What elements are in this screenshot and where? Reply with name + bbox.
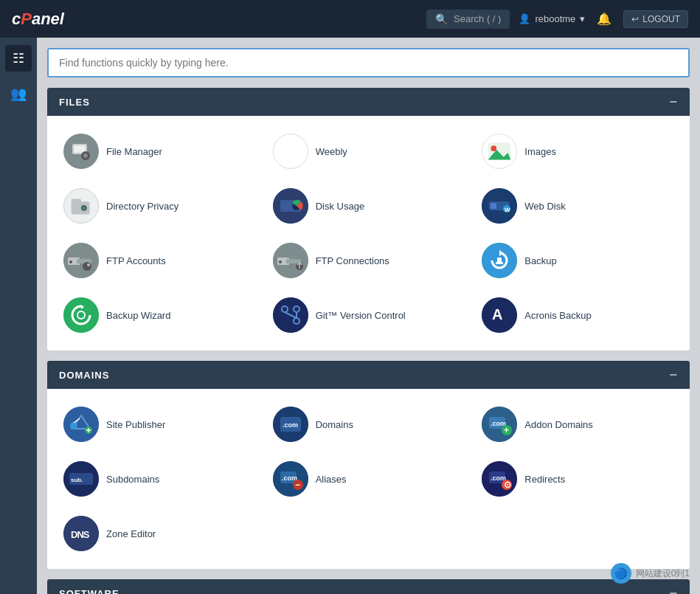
redirects-label: Redirects (524, 474, 565, 485)
domains-section-header: DOMAINS − (47, 361, 690, 389)
svg-point-3 (83, 153, 88, 158)
ftp-accounts-icon (63, 243, 99, 278)
zone-editor-label: Zone Editor (106, 528, 156, 539)
svg-rect-34 (496, 262, 503, 264)
subdomains-label: Subdomains (106, 474, 159, 485)
svg-text:.com: .com (283, 421, 298, 429)
domains-item[interactable]: .com Domains (264, 401, 474, 448)
svg-point-25 (83, 262, 91, 271)
cpanel-logo: cPanel (12, 10, 64, 29)
weebly-item[interactable]: W Weebly (264, 128, 474, 175)
user-icon: 👤 (519, 13, 530, 24)
file-manager-svg (69, 139, 93, 163)
redirects-icon: .com ⊙ (482, 461, 517, 497)
backup-label: Backup (524, 255, 556, 266)
disk-usage-svg (273, 188, 308, 224)
main-layout: ☷ 👥 FILES − (0, 38, 700, 594)
git-version-control-item[interactable]: Git™ Version Control (264, 291, 474, 339)
ftp-con-svg (273, 243, 308, 278)
aliases-icon: .com − (273, 461, 308, 497)
subdomains-item[interactable]: sub. Subdomains (55, 455, 264, 503)
addon-domains-icon: .com + (482, 407, 517, 442)
ftp-accounts-item[interactable]: FTP Accounts (55, 237, 264, 284)
zone-editor-icon: DNS (63, 516, 99, 551)
software-collapse-button[interactable]: − (669, 587, 678, 594)
software-section-title: SOFTWARE (59, 588, 119, 595)
file-manager-item[interactable]: File Manager (55, 128, 264, 175)
svg-text:A: A (492, 306, 502, 322)
backup-wizard-icon (63, 297, 99, 333)
ftp-acc-svg (63, 243, 99, 278)
backup-wiz-svg (63, 297, 99, 333)
disk-usage-item[interactable]: Disk Usage (264, 182, 474, 229)
logout-icon: ↩ (631, 14, 639, 24)
svg-text:−: − (295, 480, 300, 490)
aliases-item[interactable]: .com − Aliases (264, 455, 474, 503)
svg-rect-1 (74, 145, 86, 153)
addon-svg: .com + (482, 407, 517, 442)
search-label: Search ( / ) (454, 13, 501, 24)
domains-collapse-button[interactable]: − (669, 368, 678, 381)
site-publisher-item[interactable]: Site Publisher (55, 401, 264, 448)
notifications-bell[interactable]: 🔔 (597, 12, 611, 26)
file-manager-label: File Manager (106, 146, 162, 157)
images-label: Images (524, 146, 556, 157)
directory-privacy-item[interactable]: Directory Privacy (55, 182, 264, 229)
svg-text:+: + (504, 425, 509, 435)
images-item[interactable]: Images (473, 128, 682, 175)
svg-rect-18 (491, 203, 496, 209)
domains-svg: .com (273, 407, 308, 442)
svg-point-12 (83, 207, 86, 210)
sidebar: ☷ 👥 (0, 38, 37, 594)
sidebar-item-grid[interactable]: ☷ (5, 45, 32, 72)
logout-button[interactable]: ↩ LOGOUT (623, 10, 688, 28)
top-search[interactable]: 🔍 Search ( / ) (426, 10, 510, 29)
site-pub-svg (63, 407, 99, 442)
aliases-label: Aliases (316, 474, 347, 485)
search-icon: 🔍 (435, 13, 448, 25)
svg-rect-9 (72, 201, 90, 214)
domains-label: Domains (316, 419, 353, 430)
chevron-down-icon: ▾ (580, 13, 585, 24)
redirects-svg: .com ⊙ (482, 461, 517, 497)
web-disk-svg: W (482, 188, 517, 224)
web-disk-label: Web Disk (524, 201, 565, 212)
top-navigation: cPanel 🔍 Search ( / ) 👤 rebootme ▾ 🔔 ↩ L… (0, 0, 700, 38)
content-search-input[interactable] (47, 48, 690, 77)
acronis-backup-item[interactable]: A Acronis Backup (473, 291, 682, 339)
svg-point-35 (63, 297, 99, 333)
domains-section-body: Site Publisher .com Domains (47, 389, 690, 569)
web-disk-item[interactable]: W Web Disk (473, 182, 682, 229)
software-section: SOFTWARE − Cloudflare (47, 579, 690, 594)
svg-point-29 (279, 260, 282, 263)
user-menu[interactable]: 👤 rebootme ▾ (519, 13, 585, 24)
files-section-body: File Manager W Weebly Im (47, 116, 690, 350)
addon-domains-item[interactable]: .com + Addon Domains (473, 401, 682, 448)
grid-icon: ☷ (13, 50, 24, 66)
directory-privacy-label: Directory Privacy (106, 201, 179, 212)
svg-point-26 (87, 263, 90, 266)
subdomain-svg: sub. (63, 461, 99, 497)
backup-item[interactable]: Backup (473, 237, 682, 284)
domains-icon: .com (273, 407, 308, 442)
zone-editor-item[interactable]: DNS Zone Editor (55, 510, 264, 557)
backup-wizard-item[interactable]: Backup Wizard (55, 291, 264, 339)
backup-icon (482, 243, 517, 278)
sidebar-item-users[interactable]: 👥 (5, 80, 32, 107)
topnav-right: 👤 rebootme ▾ 🔔 ↩ LOGOUT (519, 10, 688, 28)
files-collapse-button[interactable]: − (669, 95, 678, 108)
backup-wizard-label: Backup Wizard (106, 310, 170, 321)
username: rebootme (535, 13, 575, 24)
site-publisher-label: Site Publisher (106, 419, 165, 430)
svg-text:DNS: DNS (71, 529, 90, 540)
disk-usage-label: Disk Usage (316, 201, 364, 212)
svg-point-23 (69, 260, 72, 263)
svg-rect-10 (72, 198, 81, 203)
ftp-connections-item[interactable]: FTP Connections (264, 237, 474, 284)
git-label: Git™ Version Control (316, 310, 406, 321)
acronis-label: Acronis Backup (524, 310, 591, 321)
redirects-item[interactable]: .com ⊙ Redirects (473, 455, 682, 503)
logout-label: LOGOUT (642, 14, 680, 24)
acronis-icon: A (482, 297, 517, 333)
web-disk-icon: W (482, 188, 517, 224)
